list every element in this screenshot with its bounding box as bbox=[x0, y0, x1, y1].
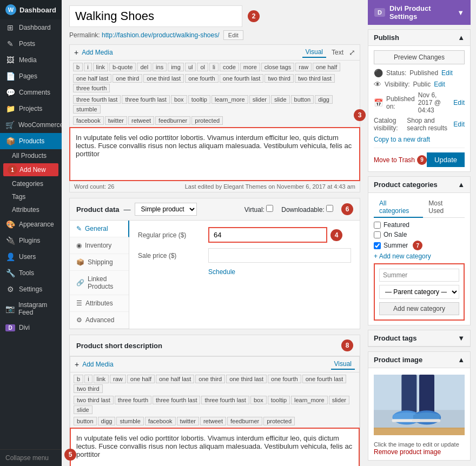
downloadable-checkbox[interactable] bbox=[326, 205, 333, 212]
sidebar-item-appearance[interactable]: 🎨 Appearance bbox=[0, 216, 62, 232]
stb-link[interactable]: link bbox=[94, 375, 109, 383]
tb-ins[interactable]: ins bbox=[153, 63, 167, 71]
cat-parent-select[interactable]: — Parent category — bbox=[379, 285, 459, 299]
sidebar-item-users[interactable]: 👤 Users bbox=[0, 249, 62, 265]
tb-more[interactable]: more bbox=[240, 63, 260, 71]
text-tab[interactable]: Text bbox=[328, 48, 347, 57]
virtual-checkbox[interactable] bbox=[266, 205, 273, 212]
tb-one-third[interactable]: one third bbox=[113, 74, 142, 83]
stb-slider[interactable]: slider bbox=[329, 396, 349, 404]
sidebar-item-comments[interactable]: 💬 Comments bbox=[0, 84, 62, 101]
cat-checkbox-summer[interactable] bbox=[374, 242, 381, 249]
tb-ol[interactable]: ol bbox=[197, 63, 208, 71]
tab-linked-products[interactable]: 🔗 Linked Products bbox=[70, 271, 129, 295]
tb-stumble[interactable]: stumble bbox=[73, 105, 101, 114]
divi-header[interactable]: D Divi Product Settings ▼ bbox=[368, 0, 471, 25]
tb-del[interactable]: del bbox=[137, 63, 151, 71]
sidebar-item-instagram[interactable]: 📷 Instagram Feed bbox=[0, 297, 62, 320]
tab-shipping[interactable]: 📦 Shipping bbox=[70, 254, 129, 271]
product-image[interactable] bbox=[374, 372, 465, 437]
stb-retweet[interactable]: retweet bbox=[200, 417, 226, 425]
stb-i[interactable]: i bbox=[84, 375, 92, 383]
stb-one-third[interactable]: one third bbox=[195, 375, 225, 383]
stb-slide[interactable]: slide bbox=[74, 405, 92, 414]
tb-italic[interactable]: i bbox=[84, 63, 91, 71]
stb-feedburner[interactable]: feedburner bbox=[227, 417, 262, 425]
permalink-url[interactable]: http://fashion.dev/product/walking-shoes… bbox=[102, 31, 219, 39]
catalog-edit-link[interactable]: Edit bbox=[453, 121, 465, 128]
published-edit-link[interactable]: Edit bbox=[453, 99, 465, 106]
tb-button[interactable]: button bbox=[291, 95, 314, 104]
tb-one-half[interactable]: one half bbox=[313, 63, 340, 71]
post-title-input[interactable] bbox=[69, 5, 242, 27]
product-image-container[interactable] bbox=[374, 372, 465, 439]
tb-two-third-last[interactable]: two third last bbox=[295, 74, 335, 83]
product-image-header[interactable]: Product image ▲ bbox=[368, 352, 470, 368]
update-btn[interactable]: Update bbox=[427, 152, 465, 167]
stb-learn-more[interactable]: learn_more bbox=[291, 396, 328, 404]
stb-b[interactable]: b bbox=[74, 375, 83, 383]
tb-protected[interactable]: protected bbox=[191, 116, 223, 125]
stb-three-fourth[interactable]: three fourth bbox=[115, 396, 151, 404]
stb-one-fourth-last[interactable]: one fourth last bbox=[302, 375, 347, 383]
tb-bold[interactable]: b bbox=[73, 63, 83, 71]
sidebar-item-posts[interactable]: ✎ Posts bbox=[0, 36, 62, 52]
tb-tooltip[interactable]: tooltip bbox=[188, 95, 210, 104]
cat-checkbox-featured[interactable] bbox=[374, 222, 381, 229]
visual-tab[interactable]: Visual bbox=[302, 47, 326, 58]
stb-tooltip[interactable]: tooltip bbox=[268, 396, 290, 404]
tb-two-third[interactable]: two third bbox=[265, 74, 294, 83]
add-cat-btn[interactable]: Add new category bbox=[379, 302, 459, 315]
cat-tab-most-used[interactable]: Most Used bbox=[423, 197, 465, 217]
collapse-menu-btn[interactable]: Collapse menu bbox=[0, 449, 62, 466]
tab-inventory[interactable]: ◉ Inventory bbox=[70, 237, 129, 254]
tb-img[interactable]: img bbox=[168, 63, 184, 71]
move-to-trash-link[interactable]: Move to Trash bbox=[374, 156, 415, 164]
sidebar-item-products[interactable]: 📦 Products bbox=[0, 133, 62, 149]
sidebar-sub-all-products[interactable]: All Products bbox=[0, 149, 62, 162]
add-media-btn[interactable]: Add Media bbox=[82, 49, 113, 56]
add-new-category-link[interactable]: + Add new category bbox=[374, 252, 465, 260]
stb-digg[interactable]: digg bbox=[98, 417, 116, 425]
tb-learn-more[interactable]: learn_more bbox=[211, 95, 248, 104]
cat-checkbox-onsale[interactable] bbox=[374, 231, 381, 238]
stb-box[interactable]: box bbox=[250, 396, 267, 404]
stb-two-third[interactable]: two third bbox=[74, 384, 103, 393]
remove-product-image-link[interactable]: Remove product image bbox=[374, 448, 441, 456]
regular-price-input[interactable] bbox=[208, 227, 327, 243]
copy-draft-link[interactable]: Copy to a new draft bbox=[374, 136, 430, 143]
stb-twitter[interactable]: twitter bbox=[177, 417, 199, 425]
tb-close-tags[interactable]: close tags bbox=[261, 63, 295, 71]
sidebar-item-dashboard[interactable]: ⊞ Dashboard bbox=[0, 19, 62, 36]
tb-ul[interactable]: ul bbox=[185, 63, 196, 71]
tb-one-half-last[interactable]: one half last bbox=[73, 74, 111, 83]
product-type-select[interactable]: Simple product bbox=[135, 203, 197, 216]
sidebar-sub-add-new[interactable]: 1 Add New bbox=[3, 163, 58, 176]
sidebar-item-settings[interactable]: ⚙ Settings bbox=[0, 281, 62, 297]
tb-retweet[interactable]: retweet bbox=[128, 116, 154, 125]
sidebar-item-projects[interactable]: 📁 Projects bbox=[0, 101, 62, 117]
stb-raw[interactable]: raw bbox=[110, 375, 126, 383]
expand-icon[interactable]: ⤢ bbox=[349, 48, 355, 57]
tb-code[interactable]: code bbox=[220, 63, 239, 71]
short-add-media-btn[interactable]: Add Media bbox=[82, 361, 113, 368]
sidebar-sub-attributes[interactable]: Attributes bbox=[0, 203, 62, 216]
tb-slider[interactable]: slider bbox=[249, 95, 270, 104]
product-categories-header[interactable]: Product categories ▲ bbox=[368, 177, 470, 193]
tab-advanced[interactable]: ⚙ Advanced bbox=[70, 312, 129, 329]
sidebar-sub-tags[interactable]: Tags bbox=[0, 190, 62, 203]
tab-attributes[interactable]: ☰ Attributes bbox=[70, 295, 129, 312]
stb-facebook[interactable]: facebook bbox=[145, 417, 176, 425]
tb-one-fourth[interactable]: one fourth bbox=[185, 74, 219, 83]
stb-protected[interactable]: protected bbox=[263, 417, 295, 425]
sidebar-item-tools[interactable]: 🔧 Tools bbox=[0, 265, 62, 281]
stb-one-half-last[interactable]: one half last bbox=[156, 375, 194, 383]
tb-li[interactable]: li bbox=[209, 63, 219, 71]
cat-editor-input[interactable] bbox=[379, 269, 459, 282]
stb-one-third-last[interactable]: one third last bbox=[226, 375, 267, 383]
tb-twitter[interactable]: twitter bbox=[105, 116, 127, 125]
tb-one-fourth-last[interactable]: one fourth last bbox=[220, 74, 264, 83]
tb-raw[interactable]: raw bbox=[295, 63, 312, 71]
sale-price-input[interactable] bbox=[208, 248, 351, 263]
stb-stumble[interactable]: stumble bbox=[116, 417, 144, 425]
